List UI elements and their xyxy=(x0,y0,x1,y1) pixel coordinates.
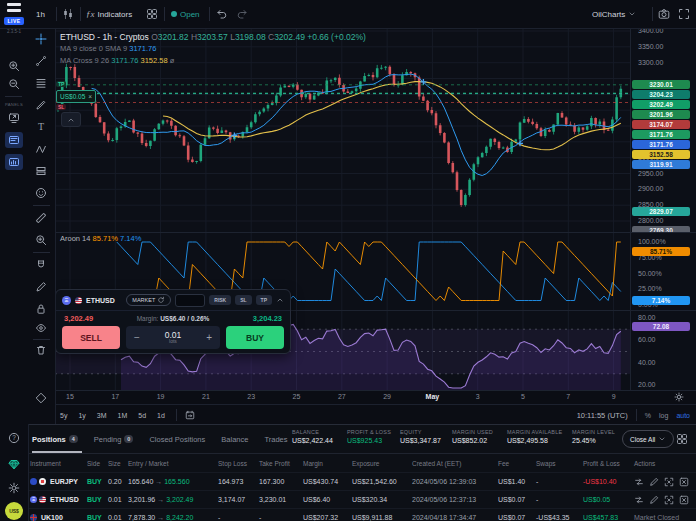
close-position-icon[interactable]: × xyxy=(88,93,92,100)
pane-divider[interactable] xyxy=(55,232,696,233)
close-all-button[interactable]: Close All xyxy=(622,430,674,448)
measure-ruler-tool[interactable] xyxy=(35,212,47,224)
focus-position-icon[interactable] xyxy=(664,495,674,505)
price-badge[interactable]: 3119.91 xyxy=(632,160,690,169)
screen-share-panel-button[interactable] xyxy=(8,112,20,124)
time-label[interactable]: 21 xyxy=(202,393,210,400)
account-currency-badge[interactable]: US$ xyxy=(5,502,23,520)
settings-gear-button[interactable] xyxy=(8,482,20,494)
position-row[interactable]: EURJPYBUY0.20165.640 → 165.560164.973167… xyxy=(28,472,696,490)
scale-settings-gear-icon[interactable] xyxy=(674,392,684,402)
time-label[interactable]: May xyxy=(426,393,440,400)
zoom-out-button[interactable] xyxy=(8,78,20,90)
risk-button[interactable]: RISK xyxy=(209,295,231,305)
screenshot-camera-button[interactable] xyxy=(658,0,670,28)
utc-clock[interactable]: 10:11:55 (UTC) xyxy=(577,411,628,420)
undo-button[interactable] xyxy=(216,0,228,28)
crosshair-tool[interactable] xyxy=(35,33,47,45)
price-badge[interactable]: 3171.76 xyxy=(632,140,690,149)
trendline-tool[interactable] xyxy=(35,55,47,67)
timeframe-button[interactable]: 1h xyxy=(36,0,45,28)
aroon-badge[interactable]: 7.14% xyxy=(632,296,690,305)
pattern-tool[interactable] xyxy=(35,143,47,155)
price-badge[interactable]: 3174.07 xyxy=(632,120,690,129)
price-badge[interactable]: 3204.23 xyxy=(632,90,690,99)
text-tool[interactable] xyxy=(35,121,47,133)
price-badge[interactable]: 3230.01 xyxy=(632,80,690,89)
price-badge[interactable]: 3152.58 xyxy=(632,150,690,159)
price-badge[interactable]: 3201.96 xyxy=(632,110,690,119)
rsi-scale[interactable]: 80.0060.0040.0020.0072.08 xyxy=(630,310,696,390)
price-badge[interactable]: 2829.07 xyxy=(632,207,690,216)
tab-closed-positions[interactable]: Closed Positions xyxy=(149,435,205,444)
increase-quantity-button[interactable]: + xyxy=(206,332,212,343)
range-button[interactable]: 5d xyxy=(138,412,146,419)
decrease-quantity-button[interactable]: − xyxy=(134,332,140,343)
stop-loss-tag[interactable]: SL xyxy=(56,104,66,110)
fullscreen-button[interactable] xyxy=(678,0,690,28)
symbol-title[interactable]: ETHUSD - 1h - Cryptos xyxy=(60,32,149,42)
tab-trades[interactable]: Trades xyxy=(264,435,287,444)
edit-position-icon[interactable] xyxy=(649,495,659,505)
time-label[interactable]: 9 xyxy=(612,393,616,400)
tab-balance[interactable]: Balance xyxy=(221,435,248,444)
redo-button[interactable] xyxy=(236,0,248,28)
percent-scale-toggle[interactable]: % xyxy=(645,412,651,419)
collapse-chevron-icon[interactable] xyxy=(276,296,284,304)
ma-indicator-label[interactable]: MA 9 close 0 SMA 9 xyxy=(60,44,127,53)
brush-tool[interactable] xyxy=(35,99,47,111)
time-label[interactable]: 15 xyxy=(66,393,74,400)
fib-retracement-tool[interactable] xyxy=(35,77,47,89)
buy-button[interactable]: BUY xyxy=(226,326,284,349)
order-symbol[interactable]: ETHUSD xyxy=(86,297,115,304)
focus-position-icon[interactable] xyxy=(664,477,674,487)
time-label[interactable]: 27 xyxy=(338,393,346,400)
zoom-tool[interactable] xyxy=(35,234,47,246)
tab-positions[interactable]: Positions4 xyxy=(32,435,78,444)
rsi-badge[interactable]: 72.08 xyxy=(632,322,690,331)
open-market-status[interactable]: Open xyxy=(171,0,200,28)
order-panel-toggle-button[interactable] xyxy=(5,132,23,148)
layout-grid-icon[interactable] xyxy=(146,0,158,28)
sl-button[interactable]: SL xyxy=(235,295,251,305)
tab-pending[interactable]: Pending0 xyxy=(94,435,134,444)
remove-drawings-tool[interactable] xyxy=(35,344,47,356)
range-button[interactable]: 1d xyxy=(157,412,165,419)
order-type-selector[interactable]: MARKET xyxy=(126,294,171,306)
time-label[interactable]: 17 xyxy=(111,393,119,400)
premium-gem-icon[interactable] xyxy=(8,458,20,470)
order-quantity-input[interactable] xyxy=(175,294,205,307)
time-label[interactable]: 23 xyxy=(247,393,255,400)
range-button[interactable]: 1y xyxy=(78,412,85,419)
time-label[interactable]: 7 xyxy=(566,393,570,400)
hide-drawings-tool[interactable] xyxy=(35,322,47,334)
position-row[interactable]: UK100BUY0.017,878.30 → 8,242.20--US$207.… xyxy=(28,508,696,521)
aroon-label[interactable]: Aroon 14 xyxy=(60,234,90,243)
app-logo-icon[interactable] xyxy=(7,3,21,14)
close-position-icon[interactable] xyxy=(679,495,689,505)
edit-position-icon[interactable] xyxy=(649,477,659,487)
chart-type-icon[interactable] xyxy=(62,0,74,28)
time-label[interactable]: 3 xyxy=(476,393,480,400)
time-label[interactable]: 5 xyxy=(521,393,525,400)
lock-drawings-tool[interactable] xyxy=(35,303,47,315)
object-tree-tool[interactable] xyxy=(35,392,47,404)
emoji-tool[interactable] xyxy=(35,187,47,199)
ma-cross-label[interactable]: MA Cross 9 26 xyxy=(60,56,109,65)
indicators-button[interactable]: ƒxIndicators xyxy=(86,0,132,28)
magnet-tool[interactable] xyxy=(35,259,47,271)
time-label[interactable]: 29 xyxy=(383,393,391,400)
position-row[interactable]: ΞETHUSDBUY0.013,201.96 → 3,202.493,174.0… xyxy=(28,490,696,508)
tp-button[interactable]: TP xyxy=(256,295,272,305)
close-position-icon[interactable] xyxy=(679,477,689,487)
price-badge[interactable]: 3171.76 xyxy=(632,130,690,139)
reverse-position-icon[interactable] xyxy=(634,495,644,505)
time-label[interactable]: 25 xyxy=(293,393,301,400)
broker-selector[interactable]: OilCharts xyxy=(592,0,636,28)
range-button[interactable]: 1M xyxy=(118,412,128,419)
legend-collapse-button[interactable] xyxy=(61,112,81,127)
time-label[interactable]: 19 xyxy=(157,393,165,400)
time-axis[interactable]: 1517192123252729May3579 xyxy=(55,390,630,404)
position-pnl-box[interactable]: US$0.05× xyxy=(56,90,96,103)
zoom-in-button[interactable] xyxy=(8,60,20,72)
